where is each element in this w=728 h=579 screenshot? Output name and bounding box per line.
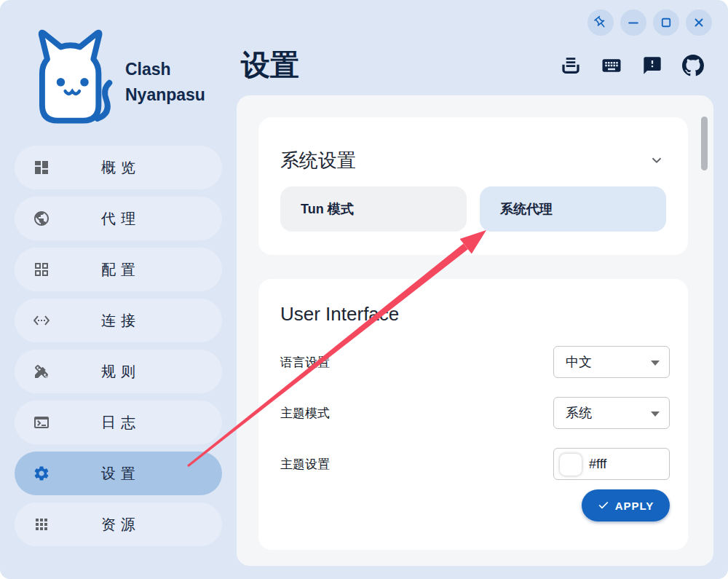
app-logo-cat (20, 25, 116, 133)
sidebar-item-label: 设置 (96, 464, 141, 484)
check-icon (598, 500, 609, 511)
app-name: Clash Nyanpasu (125, 57, 205, 108)
connections-icon (33, 312, 50, 329)
close-button[interactable] (686, 9, 712, 36)
collapse-toggle[interactable] (649, 152, 665, 168)
maximize-button[interactable] (653, 9, 679, 36)
pin-window-button[interactable] (587, 9, 614, 36)
sidebar-item-label: 代理 (96, 209, 141, 229)
minimize-button[interactable] (620, 9, 646, 36)
gear-icon (33, 465, 50, 482)
theme-color-value: #fff (589, 457, 606, 472)
system-card-title: 系统设置 (280, 148, 356, 173)
feedback-button[interactable] (641, 54, 664, 77)
rules-icon (33, 363, 50, 380)
app-name-line1: Clash (125, 57, 205, 82)
theme-color-input[interactable]: #fff (553, 448, 670, 480)
sidebar-item-label: 配置 (96, 260, 141, 280)
sidebar-item-label: 规则 (96, 362, 141, 382)
page-title: 设置 (241, 45, 299, 85)
chevron-down-icon (649, 152, 665, 168)
language-select[interactable]: 中文 (553, 346, 670, 378)
minimize-icon (626, 15, 641, 30)
logs-tray-button[interactable] (559, 54, 582, 77)
tun-mode-button[interactable]: Tun 模式 (280, 186, 467, 232)
sidebar-item-label: 资源 (96, 515, 141, 535)
dropdown-caret-icon (651, 361, 660, 366)
language-select-value: 中文 (554, 353, 592, 371)
theme-mode-select-value: 系统 (554, 404, 592, 422)
app-window: Clash Nyanpasu 概览 代理 配置 连接 (0, 0, 728, 579)
sidebar-item-connections[interactable]: 连接 (15, 299, 222, 342)
app-name-line2: Nyanpasu (125, 82, 205, 108)
system-settings-card: 系统设置 Tun 模式 系统代理 (258, 117, 688, 255)
feedback-icon (642, 55, 662, 76)
dashboard-icon (33, 159, 50, 176)
sidebar-item-label: 概览 (96, 158, 141, 178)
language-setting-label: 语言设置 (280, 354, 330, 371)
apply-button[interactable]: APPLY (582, 489, 670, 521)
apply-button-label: APPLY (615, 500, 654, 512)
sidebar-item-overview[interactable]: 概览 (15, 146, 222, 189)
scrollbar-thumb[interactable] (701, 117, 708, 170)
theme-mode-label: 主题模式 (280, 405, 330, 422)
sidebar-item-logs[interactable]: 日志 (15, 401, 222, 444)
apps-icon (33, 516, 50, 533)
grid-icon (33, 261, 50, 278)
logs-tray-icon (560, 55, 582, 76)
sidebar-item-label: 连接 (96, 311, 141, 331)
header-toolbar (559, 54, 705, 77)
sidebar-item-proxies[interactable]: 代理 (15, 197, 222, 240)
theme-setting-label: 主题设置 (280, 456, 330, 473)
keyboard-icon (601, 55, 622, 76)
color-swatch[interactable] (560, 454, 582, 476)
system-settings-buttons: Tun 模式 系统代理 (280, 186, 666, 232)
close-icon (692, 16, 705, 29)
globe-icon (33, 210, 50, 227)
system-proxy-button[interactable]: 系统代理 (480, 186, 666, 232)
github-button[interactable] (681, 54, 705, 77)
terminal-icon (33, 414, 50, 431)
github-icon (682, 55, 704, 76)
sidebar-item-label: 日志 (96, 413, 141, 433)
maximize-icon (660, 16, 673, 29)
dropdown-caret-icon (651, 411, 660, 417)
sidebar-item-profiles[interactable]: 配置 (15, 248, 222, 291)
user-interface-card: User Interface 语言设置 中文 主题模式 系统 主题设置 #fff… (258, 279, 688, 550)
sidebar-nav: 概览 代理 配置 连接 规则 (15, 146, 222, 546)
pin-icon (590, 12, 611, 33)
theme-mode-select[interactable]: 系统 (553, 397, 670, 429)
sidebar-item-resources[interactable]: 资源 (15, 503, 222, 546)
sidebar-item-settings[interactable]: 设置 (15, 452, 222, 495)
keyboard-button[interactable] (600, 54, 623, 77)
ui-card-title: User Interface (280, 303, 399, 326)
sidebar-item-rules[interactable]: 规则 (15, 350, 222, 393)
